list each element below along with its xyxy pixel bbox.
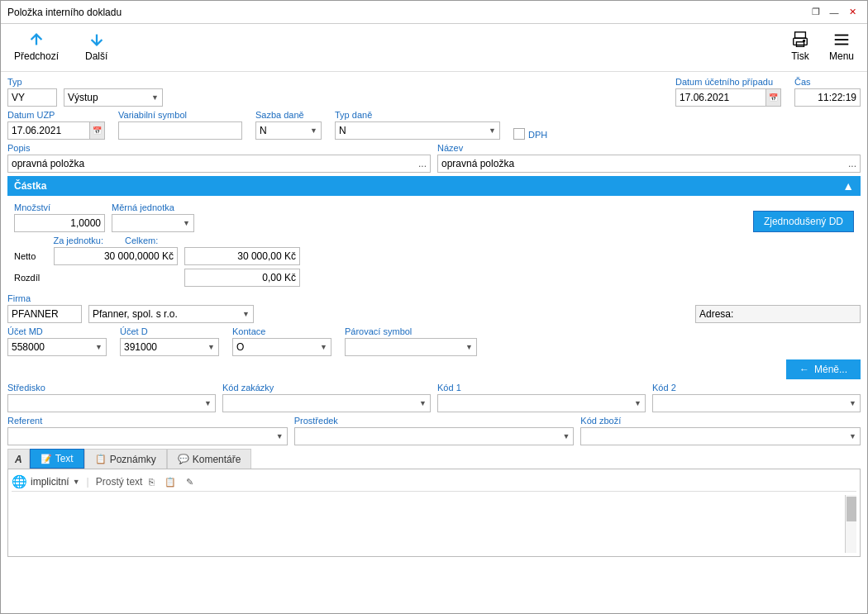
kod2-arrow: ▼	[849, 399, 856, 407]
datum-uzp-value[interactable]: 17.06.2021	[7, 121, 90, 140]
datum-calendar-btn[interactable]: 📅	[766, 88, 781, 107]
group-firma: Firma PFANNER Pfanner, spol. s r.o. ▼	[7, 293, 345, 323]
kod2-dropdown[interactable]: ▼	[652, 394, 861, 412]
rozdil-label: Rozdíl	[14, 273, 47, 283]
cas-value[interactable]: 11:22:19	[794, 88, 861, 107]
referent-label: Referent	[7, 416, 288, 426]
sazba-label: Sazba daně	[255, 110, 322, 120]
prostredek-arrow: ▼	[562, 432, 570, 440]
zjednoduseny-dd-button[interactable]: Zjednodušený DD	[753, 211, 854, 232]
restore-button[interactable]: ❐	[808, 5, 824, 20]
implicit-dropdown[interactable]: 🌐 implicitní ▼	[12, 474, 80, 489]
paste-btn[interactable]: 📋	[161, 475, 179, 489]
ucet-md-dropdown[interactable]: 558000 ▼	[7, 338, 107, 356]
netto-value[interactable]: 30 000,0000 Kč	[54, 247, 178, 265]
dph-checkbox[interactable]	[513, 128, 525, 140]
tab-komentare-icon: 💬	[178, 454, 189, 464]
tab-text-label: Text	[55, 453, 74, 464]
celkem-value[interactable]: 30 000,00 Kč	[184, 247, 300, 265]
menu-button[interactable]: Menu	[823, 27, 861, 65]
tab-poznamky[interactable]: 📋 Poznámky	[84, 449, 167, 469]
up-arrow-icon	[27, 31, 45, 49]
kontace-dropdown[interactable]: O ▼	[232, 338, 331, 356]
stredisko-dropdown[interactable]: ▼	[7, 394, 216, 412]
tabs-bar: A 📝 Text 📋 Poznámky 💬 Komentáře	[7, 449, 861, 469]
firma-dropdown[interactable]: Pfanner, spol. s r.o. ▼	[88, 305, 254, 323]
toolbar-left: Předchozí Další	[7, 27, 114, 65]
text-area[interactable]	[12, 495, 845, 553]
typ-dane-dropdown[interactable]: N ▼	[335, 121, 500, 140]
datum-uzp-calendar-btn[interactable]: 📅	[90, 121, 105, 140]
referent-dropdown[interactable]: ▼	[7, 427, 288, 445]
close-button[interactable]: ✕	[844, 5, 861, 20]
mnozstvi-value[interactable]: 1,0000	[14, 214, 105, 232]
typ-dropdown-arrow: ▼	[151, 93, 159, 102]
tab-toolbar: 🌐 implicitní ▼ | Prostý text ⎘ 📋 ✎	[12, 473, 856, 492]
row-mene: ← Méně...	[7, 359, 861, 379]
group-kontace: Kontace O ▼	[232, 326, 331, 356]
ucet-md-label: Účet MD	[7, 326, 107, 336]
var-symbol-input[interactable]	[122, 125, 238, 136]
prev-label: Předchozí	[14, 50, 59, 62]
var-symbol-value[interactable]	[118, 121, 242, 140]
group-kod1: Kód 1 ▼	[437, 383, 646, 412]
kod1-dropdown[interactable]: ▼	[437, 394, 646, 412]
kod-zbozi-dropdown[interactable]: ▼	[580, 427, 861, 445]
print-label: Tisk	[791, 50, 809, 62]
mene-button[interactable]: ← Méně...	[786, 359, 861, 379]
svg-rect-2	[796, 42, 804, 47]
tab-a[interactable]: A	[7, 449, 30, 469]
castka-content: Množství 1,0000 Měrná jednotka ▼ Zjednod…	[7, 199, 861, 293]
group-kod-zakazky: Kód zakázky ▼	[222, 383, 431, 412]
typ-value: VY	[7, 88, 57, 107]
text-scrollbar[interactable]	[845, 495, 856, 553]
toolbar-right: Tisk Menu	[785, 27, 861, 65]
group-datum: Datum účetního případu 17.06.2021 📅	[675, 77, 781, 107]
prostredek-dropdown[interactable]: ▼	[294, 427, 575, 445]
parovaci-dropdown[interactable]: ▼	[345, 338, 477, 356]
group-kod-zbozi: Kód zboží ▼	[580, 416, 861, 445]
adresa-field: Adresa:	[695, 305, 861, 323]
nazev-field[interactable]: opravná položka ...	[437, 155, 861, 173]
firma-value[interactable]: PFANNER	[7, 305, 82, 323]
form-content: Typ VY Výstup ▼ Datum účetního případu 1…	[1, 72, 867, 613]
window-title: Položka interního dokladu	[7, 7, 122, 18]
next-button[interactable]: Další	[79, 27, 114, 65]
merna-jednotka-arrow: ▼	[183, 219, 190, 227]
prev-button[interactable]: Předchozí	[7, 27, 65, 65]
typ-dropdown[interactable]: Výstup ▼	[64, 88, 163, 107]
nazev-dots[interactable]: ...	[848, 158, 856, 169]
sazba-dropdown[interactable]: N ▼	[255, 121, 322, 140]
ucet-d-dropdown[interactable]: 391000 ▼	[120, 338, 219, 356]
tab-komentare[interactable]: 💬 Komentáře	[167, 449, 252, 469]
tab-text[interactable]: 📝 Text	[30, 449, 84, 469]
title-bar: Položka interního dokladu ❐ — ✕	[1, 1, 867, 24]
group-parovaci: Párovací symbol ▼	[345, 326, 477, 356]
datum-value[interactable]: 17.06.2021	[675, 88, 766, 107]
merna-jednotka-dropdown[interactable]: ▼	[112, 214, 194, 232]
kod-zakazky-arrow: ▼	[419, 399, 427, 407]
tab-komentare-label: Komentáře	[193, 454, 241, 465]
minimize-button[interactable]: —	[826, 5, 842, 20]
popis-dots[interactable]: ...	[418, 158, 427, 169]
print-button[interactable]: Tisk	[785, 27, 816, 65]
kod1-label: Kód 1	[437, 383, 646, 393]
kod-zakazky-dropdown[interactable]: ▼	[222, 394, 431, 412]
title-controls: ❐ — ✕	[808, 5, 861, 20]
prosty-text-label: Prostý text	[96, 476, 143, 488]
edit-btn[interactable]: ✎	[183, 475, 197, 489]
parovaci-arrow: ▼	[465, 343, 473, 351]
castka-collapse-icon[interactable]: ▲	[842, 179, 854, 193]
rozdil-value[interactable]: 0,00 Kč	[184, 269, 300, 287]
group-nazev: Název opravná položka ...	[437, 143, 861, 173]
print-icon	[791, 31, 809, 49]
copy-btn[interactable]: ⎘	[145, 475, 158, 488]
kod1-arrow: ▼	[634, 399, 641, 407]
scrollbar-thumb[interactable]	[847, 497, 856, 521]
group-cas: Čas 11:22:19	[794, 77, 861, 107]
kontace-arrow: ▼	[320, 343, 327, 351]
down-arrow-icon	[88, 31, 106, 49]
typ-label: Typ	[7, 77, 272, 87]
firma-label: Firma	[7, 293, 345, 303]
popis-field[interactable]: opravná položka ...	[7, 155, 431, 173]
